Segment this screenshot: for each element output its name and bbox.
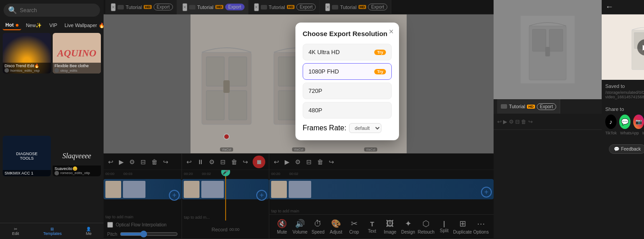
right-tab-hd: HD: [527, 105, 535, 109]
avatar-1: [5, 68, 9, 73]
export-modal: × Choose Export Resolution 4K Ultra HD T…: [295, 23, 399, 140]
right-tab-icon: [501, 104, 507, 109]
feedback-icon: 💬: [614, 147, 619, 152]
frames-dropdown[interactable]: default 24fps 30fps 60fps: [349, 123, 381, 133]
search-input[interactable]: [20, 7, 95, 14]
template-card-3[interactable]: DIAGNOSETOOLS SMKMIX ACC 1: [3, 136, 51, 176]
share-tiktok[interactable]: ♪: [605, 115, 617, 129]
left-sidebar: 🔍 Hot New✨ VIP Live Wallpaper 🔥 Disco Tr…: [0, 0, 104, 239]
search-bar[interactable]: 🔍: [4, 4, 100, 17]
back-arrow[interactable]: ←: [605, 2, 613, 12]
res-4k-badge: Try: [374, 50, 386, 55]
template-grid: Disco Trend Edit🔥 horntos_edits_vsp AQUI…: [0, 30, 104, 239]
right-tab-title: Tutorial: [509, 104, 525, 109]
resolution-4k[interactable]: 4K Ultra HD Try: [303, 44, 392, 60]
templates-btn[interactable]: ⊞ Templates: [43, 227, 62, 236]
card-title-3: SMKMIX ACC 1: [5, 171, 49, 175]
share-whatsapp[interactable]: 💬: [619, 115, 630, 129]
saved-to: Saved to /storage/emulated/0/DCIM/Camera…: [602, 80, 644, 103]
nav-tabs: Hot New✨ VIP Live Wallpaper 🔥: [0, 20, 104, 30]
res-4k-label: 4K Ultra HD: [308, 49, 340, 55]
right-tl-controls: ↩ ▶ ⚙ ⊟ 🗑 ↪: [494, 114, 602, 130]
res-480p-label: 480P: [308, 107, 322, 114]
feedback-label: Feedback: [621, 147, 641, 152]
resolution-720p[interactable]: 720P: [303, 83, 392, 99]
right-editor-panel: Tutorial HD Export ↩ ▶ ⚙ ⊟ 🗑 ↪: [494, 0, 602, 239]
card-sub-2: oksy_edits: [60, 69, 77, 73]
frames-select: Frames Rate: default 24fps 30fps 60fps: [303, 123, 392, 133]
main-area: × Tutorial HD Export × Tutorial HD Expor…: [104, 0, 494, 239]
edit-btn[interactable]: ✂ Edit: [12, 227, 19, 236]
avatar-2: [54, 68, 59, 73]
res-720p-label: 720P: [308, 87, 322, 94]
modal-close-btn[interactable]: ×: [389, 27, 394, 37]
whatsapp-icon: 💬: [621, 118, 629, 125]
right-preview: ▶ Exported: [602, 14, 644, 80]
share-instagram[interactable]: 📷: [633, 115, 644, 129]
res-1080p-badge: Try: [374, 69, 386, 74]
me-btn[interactable]: 👤 Me: [86, 227, 92, 236]
saved-to-label: Saved to: [605, 83, 644, 89]
modal-overlay[interactable]: × Choose Export Resolution 4K Ultra HD T…: [104, 0, 494, 239]
share-icons: ♪ 💬 📷 ▶ ✈ f: [605, 115, 644, 129]
bottom-nav: ✂ Edit ⊞ Templates 👤 Me: [0, 223, 104, 239]
tiktok-icon: ♪: [609, 118, 612, 125]
card-title-1: Disco Trend Edit🔥: [5, 64, 49, 68]
right-panel-top: ← Home: [602, 0, 644, 14]
right-door-preview: [494, 0, 602, 99]
right-tab-export[interactable]: Export: [537, 103, 556, 110]
search-icon: 🔍: [8, 6, 17, 14]
resolution-480p[interactable]: 480P: [303, 102, 392, 119]
resolution-1080p[interactable]: 1080P FHD Try: [303, 63, 392, 80]
modal-title: Choose Export Resolution: [303, 30, 392, 37]
tab-vip[interactable]: VIP: [46, 21, 60, 30]
right-editor-tab[interactable]: Tutorial HD Export: [497, 99, 560, 114]
template-card-2[interactable]: AQUINO Flexible Bee clothe oksy_edits: [53, 33, 101, 74]
card-title-4: Suavecito😊: [54, 166, 99, 171]
share-labels: TikTok WhatsApp Instagram Youtube Telegr…: [605, 131, 644, 135]
avatar-4: [54, 171, 59, 175]
right-door-svg: [521, 14, 575, 86]
tab-new[interactable]: New✨: [23, 21, 45, 30]
card-sub-1: horntos_edits_vsp: [10, 69, 40, 73]
share-to: Share to ♪ 💬 📷 ▶ ✈ f TikTok WhatsApp Ins…: [602, 103, 644, 139]
feedback-area: 💬 Feedback: [602, 139, 644, 159]
right-tab-bar: Tutorial HD Export: [494, 99, 602, 114]
svg-rect-24: [549, 29, 563, 51]
instagram-icon: 📷: [635, 119, 642, 125]
card-sub-4: romeoo_edits_otip: [60, 171, 90, 175]
frames-label: Frames Rate:: [303, 124, 346, 132]
template-card-1[interactable]: Disco Trend Edit🔥 horntos_edits_vsp: [3, 33, 51, 74]
right-timeline-dim: ↩ ▶ ⚙ ⊟ 🗑 ↪: [494, 114, 602, 239]
template-card-4[interactable]: Slaqveeee Suavecito😊 romeoo_edits_otip: [53, 136, 101, 176]
right-panel: ← Home ▶ Exported Saved to /storage/emul…: [602, 0, 644, 239]
tab-hot[interactable]: Hot: [3, 20, 21, 30]
feedback-btn[interactable]: 💬 Feedback: [609, 144, 644, 154]
card-title-2: Flexible Bee clothe: [54, 64, 99, 68]
hot-badge: [16, 24, 18, 27]
svg-rect-23: [532, 29, 546, 51]
tab-live-wallpaper[interactable]: Live Wallpaper 🔥: [62, 21, 104, 30]
svg-rect-25: [545, 47, 550, 56]
saved-path: /storage/emulated/0/DCIM/Camera/ ViaCut_…: [605, 90, 644, 99]
res-1080p-label: 1080P FHD: [308, 68, 339, 75]
share-to-label: Share to: [605, 106, 644, 112]
